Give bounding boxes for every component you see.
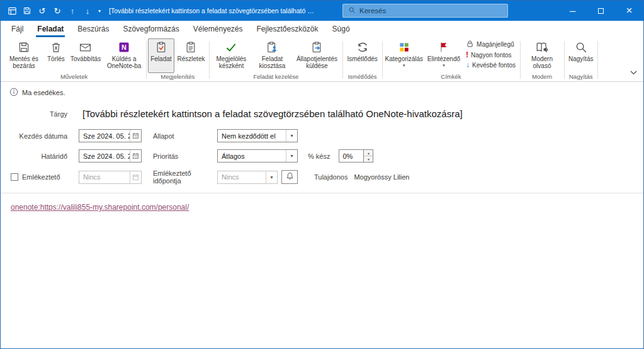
start-date-field[interactable]: Sze 2024. 05. 22. bbox=[79, 129, 142, 142]
due-date-label: Határidő bbox=[11, 152, 67, 160]
qat-customize-chevron-icon[interactable]: ▾ bbox=[95, 2, 104, 20]
start-date-value: Sze 2024. 05. 22. bbox=[79, 132, 130, 140]
forward-button[interactable]: Továbbítás bbox=[68, 38, 103, 73]
collapse-ribbon-icon[interactable] bbox=[630, 66, 637, 77]
maximize-icon bbox=[598, 8, 604, 14]
undo-icon[interactable]: ↺ bbox=[35, 2, 50, 20]
private-button[interactable]: Magánjellegű bbox=[465, 40, 517, 49]
reminder-checkbox[interactable] bbox=[11, 173, 18, 181]
button-label: Magánjellegű bbox=[477, 41, 514, 48]
clipboard-lines-icon bbox=[184, 40, 197, 54]
move-up-icon[interactable]: ↑ bbox=[65, 2, 80, 20]
quick-access-toolbar: ↺ ↻ ↑ ↓ ▾ bbox=[1, 2, 104, 20]
tab-task[interactable]: Feladat bbox=[30, 21, 71, 37]
reminder-time-label: Emlékeztető időpontja bbox=[153, 169, 213, 185]
close-button[interactable]: × bbox=[615, 1, 643, 21]
save-icon bbox=[18, 40, 30, 54]
button-label: Nagyítás bbox=[568, 55, 593, 62]
percent-complete-stepper[interactable]: 0% ▲ ▼ bbox=[339, 149, 373, 163]
redo-icon[interactable]: ↻ bbox=[50, 2, 65, 20]
save-close-button[interactable]: Mentés és bezárás bbox=[4, 38, 44, 73]
tab-developer[interactable]: Fejlesztőeszközök bbox=[249, 21, 325, 37]
delete-button[interactable]: Törlés bbox=[45, 38, 67, 73]
button-label: Küldés a OneNote-ba bbox=[106, 55, 142, 69]
follow-up-button[interactable]: Elintézendő ▾ bbox=[425, 38, 463, 73]
zoom-button[interactable]: Nagyítás bbox=[566, 38, 596, 73]
send-status-report-button[interactable]: Állapotjelentés küldése bbox=[293, 38, 341, 73]
high-importance-icon: ! bbox=[466, 50, 468, 59]
maximize-button[interactable] bbox=[587, 1, 615, 21]
reminder-checkbox-wrap: Emlékeztető bbox=[11, 173, 67, 181]
reminder-date-field[interactable]: Nincs bbox=[79, 171, 142, 184]
ribbon-group-manage-task: Megjelölés készként Feladat kiosztása Ál… bbox=[209, 38, 342, 81]
subject-value[interactable]: [További részletekért kattintson a felad… bbox=[82, 108, 463, 119]
high-importance-button[interactable]: ! Nagyon fontos bbox=[465, 50, 517, 59]
tab-file[interactable]: Fájl bbox=[4, 21, 30, 37]
button-label: Továbbítás bbox=[71, 55, 101, 62]
onenote-link[interactable]: onenote:https://valili855-my.sharepoint.… bbox=[11, 203, 189, 212]
chevron-down-icon: ▾ bbox=[286, 150, 297, 162]
info-icon bbox=[9, 88, 18, 98]
details-button[interactable]: Részletek bbox=[175, 38, 208, 73]
button-label: Modern olvasó bbox=[524, 55, 560, 69]
app-icon bbox=[4, 2, 20, 20]
chevron-down-icon: ▾ bbox=[286, 130, 297, 142]
titlebar: ↺ ↻ ↑ ↓ ▾ [További részletekért kattints… bbox=[1, 1, 643, 21]
assign-task-button[interactable]: Feladat kiosztása bbox=[252, 38, 292, 73]
tab-insert[interactable]: Beszúrás bbox=[71, 21, 116, 37]
send-to-onenote-button[interactable]: N Küldés a OneNote-ba bbox=[104, 38, 144, 73]
save-icon[interactable] bbox=[20, 2, 35, 20]
button-label: Megjelölés készként bbox=[213, 55, 249, 69]
priority-label: Prioritás bbox=[153, 152, 213, 160]
window-title: [További részletekért kattintson a felad… bbox=[109, 7, 317, 14]
start-date-label: Kezdés dátuma bbox=[11, 132, 67, 140]
spin-down-icon[interactable]: ▼ bbox=[364, 156, 373, 162]
lock-icon bbox=[466, 40, 474, 49]
button-label: Állapotjelentés küldése bbox=[295, 55, 338, 69]
calendar-icon[interactable] bbox=[130, 150, 141, 162]
button-label: Kategorizálás bbox=[385, 55, 424, 62]
group-label: Feladat kezelése bbox=[210, 73, 342, 81]
due-date-field[interactable]: Sze 2024. 05. 22. bbox=[79, 149, 142, 163]
button-label: Részletek bbox=[178, 55, 205, 62]
ribbon-group-immersive: Modern olvasó Modern bbox=[520, 38, 564, 81]
search-icon bbox=[348, 6, 356, 15]
button-label: Nagyon fontos bbox=[471, 52, 512, 59]
status-dropdown[interactable]: Nem kezdődött el ▾ bbox=[217, 129, 298, 142]
task-body[interactable]: onenote:https://valili855-my.sharepoint.… bbox=[1, 193, 643, 348]
due-date-value: Sze 2024. 05. 22. bbox=[79, 152, 130, 160]
group-label: Megjelenítés bbox=[147, 73, 208, 81]
calendar-icon[interactable] bbox=[130, 130, 141, 142]
status-value: Nem kezdődött el bbox=[218, 132, 286, 140]
priority-dropdown[interactable]: Átlagos ▾ bbox=[217, 149, 298, 163]
percent-complete-label: % kész bbox=[308, 152, 330, 160]
categorize-button[interactable]: Kategorizálás ▾ bbox=[384, 38, 424, 73]
tab-review[interactable]: Véleményezés bbox=[186, 21, 250, 37]
chevron-down-icon: ▾ bbox=[266, 171, 277, 183]
recurrence-button[interactable]: Ismétlődés bbox=[344, 38, 380, 73]
immersive-reader-button[interactable]: Modern olvasó bbox=[522, 38, 562, 73]
group-label: Ismétlődés bbox=[343, 73, 381, 81]
button-label: Kevésbé fontos bbox=[472, 62, 516, 69]
search-box[interactable]: Keresés bbox=[342, 4, 508, 18]
ribbon-group-tags: Kategorizálás ▾ Elintézendő ▾ Magán bbox=[382, 38, 520, 81]
tab-format-text[interactable]: Szövegformázás bbox=[116, 21, 186, 37]
tab-help[interactable]: Súgó bbox=[325, 21, 357, 37]
priority-value: Átlagos bbox=[218, 152, 286, 160]
reminder-time-dropdown[interactable]: Nincs ▾ bbox=[217, 171, 278, 184]
task-view-button[interactable]: Feladat bbox=[148, 38, 174, 73]
bell-icon bbox=[286, 172, 294, 182]
low-importance-button[interactable]: ↓ Kevésbé fontos bbox=[465, 60, 517, 69]
categorize-icon bbox=[398, 40, 410, 54]
svg-text:N: N bbox=[121, 43, 127, 51]
ribbon-group-actions: Mentés és bezárás Törlés Továbbítás bbox=[2, 38, 146, 81]
group-label: Műveletek bbox=[3, 73, 145, 81]
reminder-sound-button[interactable] bbox=[281, 170, 298, 184]
ribbon-group-show: Feladat Részletek Megjelenítés bbox=[146, 38, 209, 81]
minimize-button[interactable]: ─ bbox=[558, 1, 587, 21]
info-bar: Ma esedékes. bbox=[1, 84, 643, 101]
mark-complete-button[interactable]: Megjelölés készként bbox=[211, 38, 251, 73]
move-down-icon[interactable]: ↓ bbox=[80, 2, 95, 20]
spin-up-icon[interactable]: ▲ bbox=[364, 150, 373, 156]
chevron-down-icon: ▾ bbox=[403, 63, 405, 68]
